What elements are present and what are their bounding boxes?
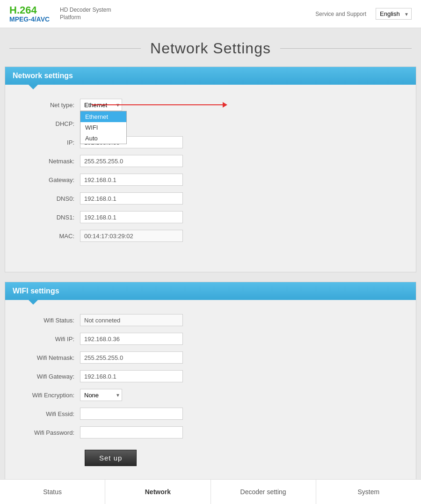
wifi-essid-label: Wifi Essid: [15, 410, 80, 417]
dns1-input[interactable] [80, 211, 183, 223]
wifi-panel-body: Wifi Status: Wifi IP: Wifi Netmask: Wifi… [5, 300, 416, 496]
red-arrow-indicator [92, 102, 227, 108]
nav-item-network[interactable]: Network [105, 480, 210, 504]
red-arrow-head [223, 102, 227, 108]
mac-label: MAC: [15, 233, 80, 240]
dhcp-row: DHCP: Disable Enable ▼ [15, 117, 406, 130]
logo-h264: H.264 [9, 5, 50, 16]
wifi-panel: WIFI settings Wifi Status: Wifi IP: Wifi… [5, 282, 416, 497]
red-arrow-line [92, 104, 223, 105]
nav-item-system[interactable]: System [316, 480, 421, 504]
gateway-row: Gateway: [15, 174, 406, 186]
wifi-status-row: Wifi Status: [15, 314, 406, 326]
logo-subtitle: HD Decoder System Platform [60, 6, 111, 22]
wifi-netmask-label: Wifi Netmask: [15, 354, 80, 361]
header-right: Service and Support English ▼ [315, 8, 412, 20]
net-type-dropdown-popup: Ethernet WIFI Auto [80, 111, 127, 144]
wifi-essid-input[interactable] [80, 408, 183, 420]
dns0-label: DNS0: [15, 195, 80, 202]
wifi-netmask-input[interactable] [80, 351, 183, 364]
language-select[interactable]: English [376, 8, 412, 20]
wifi-password-row: Wifi Password: [15, 426, 406, 438]
dropdown-item-ethernet[interactable]: Ethernet [80, 111, 126, 122]
logo-text: H.264 MPEG-4/AVC [9, 5, 50, 23]
dropdown-item-auto[interactable]: Auto [80, 133, 126, 144]
wifi-encryption-label: Wifi Encryption: [15, 392, 80, 399]
wifi-status-label: Wifi Status: [15, 317, 80, 324]
gateway-input[interactable] [80, 174, 183, 186]
network-panel: Network settings Net type: Ethernet WIFI… [5, 66, 416, 272]
page-title: Network Settings [150, 40, 271, 57]
wifi-panel-header: WIFI settings [5, 282, 416, 300]
net-type-row: Net type: Ethernet WIFI Auto ▼ Ethernet … [15, 99, 406, 111]
dropdown-item-wifi[interactable]: WIFI [80, 122, 126, 133]
dns1-row: DNS1: [15, 211, 406, 223]
network-spacer [15, 248, 406, 258]
mac-row: MAC: [15, 230, 406, 242]
wifi-encryption-select[interactable]: None WEP WPA WPA2 [80, 389, 122, 401]
wifi-essid-row: Wifi Essid: [15, 408, 406, 420]
language-selector[interactable]: English ▼ [376, 8, 412, 20]
page-title-bar: Network Settings [0, 28, 421, 66]
wifi-password-input[interactable] [80, 426, 183, 438]
header: H.264 MPEG-4/AVC HD Decoder System Platf… [0, 0, 421, 28]
ip-label: IP: [15, 139, 80, 146]
wifi-encryption-wrapper[interactable]: None WEP WPA WPA2 ▼ [80, 389, 122, 401]
service-support: Service and Support [315, 11, 366, 17]
bottom-nav: Status Network Decoder setting System [0, 479, 421, 504]
ip-row: IP: [15, 136, 406, 148]
wifi-ip-label: Wifi IP: [15, 336, 80, 343]
netmask-label: Netmask: [15, 158, 80, 165]
dns1-label: DNS1: [15, 214, 80, 221]
nav-item-decoder-setting[interactable]: Decoder setting [211, 480, 316, 504]
dns0-row: DNS0: [15, 192, 406, 205]
netmask-row: Netmask: [15, 155, 406, 167]
wifi-ip-input[interactable] [80, 333, 183, 345]
network-panel-body: Net type: Ethernet WIFI Auto ▼ Ethernet … [5, 85, 416, 272]
wifi-password-label: Wifi Password: [15, 429, 80, 436]
logo-mpeg: MPEG-4/AVC [9, 16, 50, 23]
net-type-label: Net type: [15, 102, 80, 109]
logo-area: H.264 MPEG-4/AVC HD Decoder System Platf… [9, 5, 111, 23]
mac-input[interactable] [80, 230, 183, 242]
main-content: Network settings Net type: Ethernet WIFI… [0, 66, 421, 504]
dns0-input[interactable] [80, 192, 183, 205]
wifi-encryption-row: Wifi Encryption: None WEP WPA WPA2 ▼ [15, 389, 406, 401]
wifi-netmask-row: Wifi Netmask: [15, 351, 406, 364]
gateway-label: Gateway: [15, 176, 80, 183]
setup-row: Set up [15, 445, 406, 466]
setup-button[interactable]: Set up [85, 450, 137, 466]
nav-item-status[interactable]: Status [0, 480, 105, 504]
wifi-gateway-input[interactable] [80, 370, 183, 382]
wifi-status-input [80, 314, 183, 326]
wifi-ip-row: Wifi IP: [15, 333, 406, 345]
wifi-gateway-label: Wifi Gateway: [15, 373, 80, 380]
wifi-gateway-row: Wifi Gateway: [15, 370, 406, 382]
dhcp-label: DHCP: [15, 120, 80, 127]
netmask-input[interactable] [80, 155, 183, 167]
network-panel-header: Network settings [5, 67, 416, 85]
